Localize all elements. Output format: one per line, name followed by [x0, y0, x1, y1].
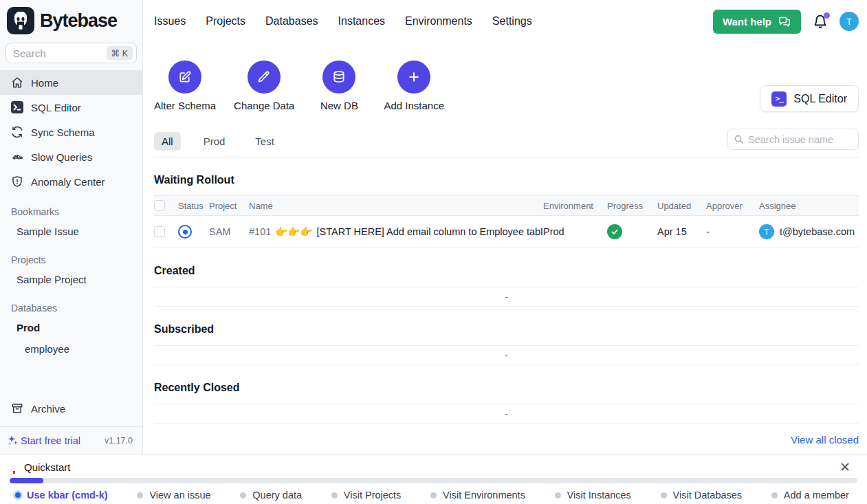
issue-approver: - — [706, 226, 759, 237]
new-db-button[interactable]: New DB — [312, 61, 366, 111]
shield-alert-icon — [11, 175, 23, 188]
start-free-trial-link[interactable]: Start free trial — [7, 435, 80, 446]
step-dot-icon — [771, 492, 778, 498]
global-search[interactable]: ⌘ K — [6, 43, 137, 63]
sidebar-item-prod[interactable]: Prod — [0, 317, 142, 338]
environment-tabs: All Prod Test — [154, 132, 859, 157]
sidebar-item-sample-project[interactable]: Sample Project — [0, 269, 142, 290]
nav-projects[interactable]: Projects — [206, 15, 245, 28]
balloon-icon — [10, 461, 19, 474]
sidebar-item-label: Home — [31, 77, 58, 89]
step-visit-instances[interactable]: Visit Instances — [555, 490, 631, 501]
brand-logo[interactable]: Bytebase — [0, 0, 142, 40]
sidebar-item-archive[interactable]: Archive — [0, 396, 142, 421]
nav-instances[interactable]: Instances — [338, 15, 385, 28]
chat-bubble-icon — [778, 16, 791, 28]
sidebar-item-anomaly-center[interactable]: Anomaly Center — [0, 169, 142, 194]
step-dot-icon — [137, 492, 143, 498]
issue-search-box[interactable] — [727, 129, 859, 150]
step-visit-databases[interactable]: Visit Databases — [661, 490, 742, 501]
sql-editor-button[interactable]: >_ SQL Editor — [760, 85, 859, 112]
step-label: View an issue — [149, 490, 210, 501]
tab-test[interactable]: Test — [248, 132, 282, 151]
step-dot-icon — [555, 492, 561, 498]
search-shortcut-badge: ⌘ K — [107, 46, 133, 61]
home-icon — [11, 76, 23, 89]
quickstart-title: Quickstart — [24, 461, 71, 473]
col-name: Name — [249, 201, 543, 211]
table-header-row: Status Project Name Environment Progress… — [154, 195, 859, 216]
sidebar-item-sync-schema[interactable]: Sync Schema — [0, 120, 142, 144]
step-visit-projects[interactable]: Visit Projects — [331, 490, 402, 501]
issue-environment: Prod — [543, 226, 607, 237]
progress-done-icon — [607, 224, 622, 239]
close-icon[interactable]: ✕ — [833, 459, 857, 475]
created-empty: - — [154, 287, 859, 307]
quick-actions: Alter Schema Change Data New DB Add Inst… — [154, 61, 859, 111]
assignee-email: t@bytebase.com — [780, 226, 855, 237]
sidebar-section-bookmarks: Bookmarks Sample Issue — [0, 203, 142, 242]
col-status: Status — [178, 201, 209, 211]
step-visit-environments[interactable]: Visit Environments — [430, 490, 525, 501]
view-all-closed-link[interactable]: View all closed — [791, 434, 859, 446]
notification-badge — [824, 12, 830, 19]
select-all-checkbox[interactable] — [154, 200, 165, 211]
search-input[interactable] — [13, 47, 107, 59]
recently-closed-title: Recently Closed — [154, 382, 859, 394]
search-icon — [734, 134, 744, 144]
bytebase-logo-icon — [7, 7, 34, 34]
nav-environments[interactable]: Environments — [405, 15, 472, 28]
step-label: Query data — [252, 490, 302, 501]
quick-action-label: Alter Schema — [154, 100, 216, 111]
pencil-icon — [248, 61, 281, 94]
quick-action-label: New DB — [320, 100, 358, 111]
add-instance-button[interactable]: Add Instance — [384, 61, 444, 111]
nav-issues[interactable]: Issues — [154, 15, 186, 28]
sidebar-item-sample-issue[interactable]: Sample Issue — [0, 221, 142, 242]
sidebar-item-label: Archive — [31, 403, 65, 415]
step-use-kbar[interactable]: Use kbar (cmd-k) — [15, 490, 108, 501]
user-avatar[interactable]: T — [839, 12, 859, 31]
row-checkbox[interactable] — [154, 226, 165, 237]
section-title: Databases — [0, 299, 142, 317]
step-label: Add a member — [784, 490, 849, 501]
col-project: Project — [209, 201, 249, 211]
database-icon — [322, 61, 355, 94]
want-help-button[interactable]: Want help — [713, 10, 801, 34]
notifications-button[interactable] — [813, 14, 828, 29]
tab-prod[interactable]: Prod — [196, 132, 233, 151]
col-updated: Updated — [657, 201, 706, 211]
nav-settings[interactable]: Settings — [492, 15, 532, 28]
sidebar-item-home[interactable]: Home — [0, 70, 142, 95]
sidebar-item-slow-queries[interactable]: Slow Queries — [0, 144, 142, 169]
change-data-button[interactable]: Change Data — [234, 61, 294, 111]
turtle-icon — [11, 151, 23, 164]
col-approver: Approver — [706, 201, 759, 211]
subscribed-title: Subscribed — [154, 323, 859, 336]
waiting-rollout-table: Status Project Name Environment Progress… — [154, 195, 859, 248]
alter-schema-button[interactable]: Alter Schema — [154, 61, 216, 111]
assignee-initial: T — [765, 228, 769, 236]
created-title: Created — [154, 265, 859, 277]
step-label: Visit Instances — [567, 490, 631, 501]
quick-action-label: Change Data — [234, 100, 294, 111]
step-query-data[interactable]: Query data — [240, 490, 302, 501]
nav-databases[interactable]: Databases — [265, 15, 318, 28]
col-progress: Progress — [607, 201, 657, 211]
step-add-a-member[interactable]: Add a member — [771, 490, 849, 501]
sidebar-item-label: Sync Schema — [31, 127, 95, 138]
issue-row[interactable]: SAM #101 👉👉👉 [START HERE] Add email colu… — [154, 216, 859, 248]
issue-project[interactable]: SAM — [209, 226, 249, 237]
sidebar-item-sql-editor[interactable]: SQL Editor — [0, 95, 142, 120]
quickstart-progress — [10, 478, 857, 483]
issue-name[interactable]: [START HERE] Add email column to Employe… — [317, 226, 543, 237]
step-dot-icon — [240, 492, 246, 498]
sidebar-item-label: SQL Editor — [31, 102, 81, 113]
assignee-avatar: T — [759, 224, 774, 239]
tab-all[interactable]: All — [154, 132, 181, 151]
sidebar-item-employee[interactable]: employee — [0, 338, 142, 360]
issue-search-input[interactable] — [748, 134, 853, 145]
step-view-an-issue[interactable]: View an issue — [137, 490, 210, 501]
top-nav: Issues Projects Databases Instances Envi… — [154, 15, 532, 28]
quickstart-steps: Use kbar (cmd-k) View an issue Query dat… — [0, 483, 867, 501]
